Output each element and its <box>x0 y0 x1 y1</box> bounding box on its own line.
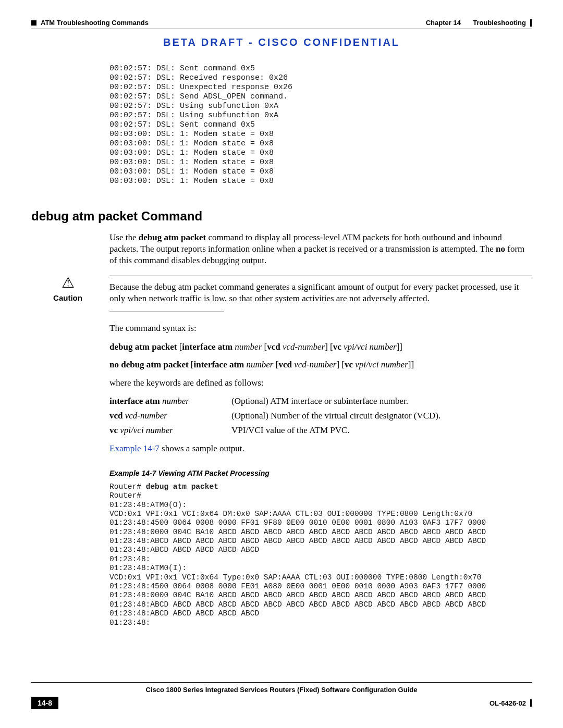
intro-paragraph: Use the debug atm packet command to disp… <box>109 232 527 266</box>
section-heading: debug atm packet Command <box>31 209 532 224</box>
keyword-row: interface atm number(Optional) ATM inter… <box>109 396 527 406</box>
footer-book-title: Cisco 1800 Series Integrated Services Ro… <box>31 686 532 694</box>
header-chapter: Chapter 14 <box>426 19 461 27</box>
keywords-intro: where the keywords are defined as follow… <box>109 377 527 389</box>
cmd-name: debug atm packet <box>139 232 206 242</box>
keyword-description: (Optional) ATM interface or subinterface… <box>231 396 527 406</box>
example-xref: Example 14-7 shows a sample output. <box>109 443 527 454</box>
caution-end-rule <box>109 312 224 312</box>
keyword-row: vc vpi/vci number VPI/VCI value of the A… <box>109 425 527 436</box>
console-output: Router# debug atm packet Router# 01:23:4… <box>109 483 527 627</box>
syntax-line: no debug atm packet [interface atm numbe… <box>109 360 527 370</box>
keyword-table: interface atm number(Optional) ATM inter… <box>109 396 527 436</box>
keyword-description: VPI/VCI value of the ATM PVC. <box>231 425 527 436</box>
keyword-row: vcd vcd-number(Optional) Number of the v… <box>109 411 527 421</box>
warning-icon: ⚠ <box>62 276 75 290</box>
header-chapter-title: Troubleshooting <box>473 19 526 27</box>
header-marker-icon <box>31 20 36 26</box>
header-rule-icon <box>530 19 532 27</box>
log-output-block: 00:02:57: DSL: Sent command 0x5 00:02:57… <box>109 64 532 186</box>
header-divider <box>31 29 532 29</box>
example-title: Example 14-7 Viewing ATM Packet Processi… <box>109 469 527 477</box>
keyword-description: (Optional) Number of the virtual circuit… <box>231 411 527 421</box>
running-header: ATM Troubleshooting Commands Chapter 14 … <box>31 19 532 27</box>
console-command: debug atm packet <box>146 483 218 491</box>
footer-rule-icon <box>530 699 532 707</box>
example-link[interactable]: Example 14-7 <box>109 443 160 453</box>
caution-block: ⚠ Caution Because the debug atm packet c… <box>31 276 532 304</box>
header-section: ATM Troubleshooting Commands <box>41 19 149 27</box>
doc-number: OL-6426-02 <box>489 699 526 707</box>
syntax-intro: The command syntax is: <box>109 323 527 334</box>
confidential-banner: BETA DRAFT - CISCO CONFIDENTIAL <box>31 36 532 48</box>
caution-text: Because the debug atm packet command gen… <box>109 276 532 304</box>
caution-label: Caution <box>53 293 82 302</box>
page-number: 14-8 <box>31 697 58 709</box>
syntax-line: debug atm packet [interface atm number [… <box>109 342 527 352</box>
no-keyword: no <box>496 244 505 254</box>
page-footer: Cisco 1800 Series Integrated Services Ro… <box>31 682 532 709</box>
